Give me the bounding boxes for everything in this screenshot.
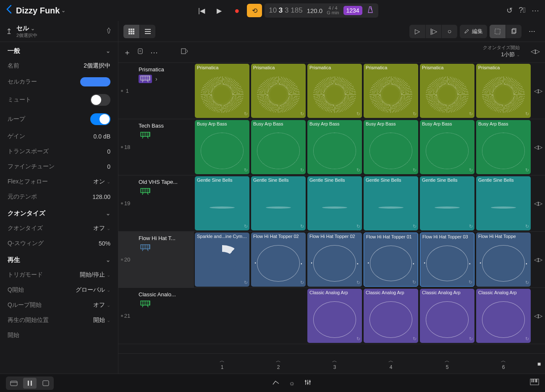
row-orig-tempo[interactable]: 元のテンポ128.00 xyxy=(0,189,118,204)
loop-cell[interactable] xyxy=(251,289,306,343)
loop-cell[interactable]: Flow Hi Hat Toppe ↻ xyxy=(476,233,531,287)
loop-cell[interactable]: Classic Analog Arp ↻ xyxy=(307,289,362,343)
instrument-icon[interactable] xyxy=(139,75,152,83)
mute-toggle[interactable] xyxy=(90,94,110,106)
count-in-button[interactable]: 1234 xyxy=(343,6,362,15)
loop-cell[interactable]: Flow Hi Hat Topper 02 ↻ xyxy=(251,233,306,287)
instrument-icon[interactable] xyxy=(139,243,152,252)
go-to-start-button[interactable]: |◀ xyxy=(194,4,209,17)
loop-cell[interactable]: Busy Arp Bass ↻ xyxy=(364,120,418,174)
keyboard-button[interactable] xyxy=(530,379,539,387)
toolbar-more-button[interactable]: ⋯ xyxy=(524,25,540,38)
row-finetune[interactable]: ファインチューン0 xyxy=(0,159,118,174)
row-transpose[interactable]: トランスポーズ0 xyxy=(0,144,118,159)
inspector-up-icon[interactable]: ↥ xyxy=(6,27,12,36)
section-quantize[interactable]: クオンタイズ⌄ xyxy=(0,204,118,221)
row-trigger-arrows[interactable]: ◁▷ xyxy=(532,120,544,174)
row-cell-color[interactable]: セルカラー xyxy=(0,73,118,90)
track-header[interactable]: 1 Prismatica › xyxy=(118,63,194,119)
row-trigger-arrows[interactable]: ◁▷ xyxy=(532,64,544,118)
row-flex-follow[interactable]: Flexとフォローオン⌄ xyxy=(0,174,118,189)
grid-view-button[interactable] xyxy=(123,25,139,38)
scene-stop-button[interactable]: ■ xyxy=(533,354,545,374)
row-nav-arrows[interactable]: ◁▷ xyxy=(531,48,540,55)
instrument-icon[interactable] xyxy=(139,131,152,139)
settings-icon[interactable]: ☼ xyxy=(289,379,295,387)
snap-button[interactable] xyxy=(181,47,188,57)
play-button[interactable]: ▶ xyxy=(212,4,227,17)
loop-cell[interactable]: Busy Arp Bass ↻ xyxy=(420,120,474,174)
scene-trigger[interactable]: ︿6 xyxy=(476,354,531,374)
loop-cell[interactable] xyxy=(195,289,249,343)
loop-cell[interactable]: Sparkle and...ine Cymbal ↻ xyxy=(195,233,249,287)
row-trigger-arrows[interactable]: ◁▷ xyxy=(532,233,544,287)
edit-button[interactable]: 編集 xyxy=(460,25,487,38)
section-general[interactable]: 一般⌄ xyxy=(0,42,118,58)
loop-cell[interactable]: Flow Hi Hat Topper 01 ↻ xyxy=(364,233,418,287)
scene-trigger[interactable]: ︿5 xyxy=(420,354,474,374)
row-trigger-arrows[interactable]: ◁▷ xyxy=(532,176,544,230)
track-more-button[interactable]: ⋯ xyxy=(150,48,158,57)
loop-toggle[interactable] xyxy=(90,113,110,125)
browser-button[interactable] xyxy=(7,378,21,389)
loop-cell[interactable]: Prismatica ↻ xyxy=(307,64,362,118)
loop-cell[interactable]: Prismatica ↻ xyxy=(251,64,306,118)
loop-cell[interactable]: Classic Analog Arp ↻ xyxy=(420,289,474,343)
loop-cell[interactable]: Classic Analog Arp ↻ xyxy=(476,289,531,343)
record-button[interactable]: ● xyxy=(229,4,244,17)
row-quantize[interactable]: クオンタイズオフ⌄ xyxy=(0,221,118,236)
row-play-start-pos[interactable]: 再生の開始位置開始⌄ xyxy=(0,313,118,328)
row-start[interactable]: 開始 xyxy=(0,328,118,343)
more-button[interactable]: ⋯ xyxy=(532,6,539,15)
loop-cell[interactable]: Busy Arp Bass ↻ xyxy=(251,120,306,174)
row-gain[interactable]: ゲイン0.0 dB xyxy=(0,129,118,144)
record-cell-button[interactable]: ○ xyxy=(441,25,457,38)
play-all-button[interactable]: ▷ xyxy=(409,25,425,38)
duplicate-button[interactable]: + xyxy=(137,47,144,57)
add-track-button[interactable]: ＋ xyxy=(123,47,131,57)
scene-trigger[interactable]: ︿1 xyxy=(195,354,249,374)
editor-button[interactable] xyxy=(39,378,52,389)
lcd-display[interactable]: 10 3 3 185 120.0 4 / 4G min 1234 xyxy=(265,3,378,18)
metronome-icon[interactable] xyxy=(367,6,374,15)
pin-icon[interactable] xyxy=(105,27,112,36)
marquee-button[interactable] xyxy=(490,25,506,38)
mixer-button[interactable] xyxy=(23,378,37,389)
track-header[interactable]: 19 Old VHS Tape... xyxy=(118,175,194,232)
row-q-loop-start[interactable]: Qループ開始オフ⌄ xyxy=(0,298,118,313)
loop-cell[interactable]: Gentle Sine Bells ↻ xyxy=(251,176,306,230)
undo-button[interactable]: ↺ xyxy=(506,6,513,15)
cycle-button[interactable]: ⟲ xyxy=(247,4,262,17)
scene-trigger[interactable]: ︿3 xyxy=(307,354,362,374)
instrument-icon[interactable] xyxy=(139,300,152,308)
play-from-button[interactable]: |▷ xyxy=(425,25,441,38)
row-trigger-mode[interactable]: トリガモード開始/停止⌄ xyxy=(0,267,118,282)
row-name[interactable]: 名前2個選択中 xyxy=(0,58,118,73)
project-title[interactable]: Dizzy Funk ⌄ xyxy=(16,6,66,16)
loop-cell[interactable]: Prismatica ↻ xyxy=(476,64,531,118)
loop-cell[interactable]: Gentle Sine Bells ↻ xyxy=(364,176,418,230)
automation-button[interactable] xyxy=(272,379,280,388)
controls-icon[interactable] xyxy=(304,379,312,388)
time-signature[interactable]: 4 / 4G min xyxy=(327,6,339,15)
list-view-button[interactable] xyxy=(139,25,155,38)
loop-cell[interactable]: Busy Arp Bass ↻ xyxy=(195,120,249,174)
row-trigger-arrows[interactable]: ◁▷ xyxy=(532,289,544,343)
loop-cell[interactable]: Flow Hi Hat Topper 03 ↻ xyxy=(420,233,474,287)
color-swatch[interactable] xyxy=(80,77,110,86)
chevron-right-icon[interactable]: › xyxy=(155,76,157,82)
loop-cell[interactable]: Gentle Sine Bells ↻ xyxy=(307,176,362,230)
loop-cell[interactable]: Gentle Sine Bells ↻ xyxy=(420,176,474,230)
quantize-start[interactable]: クオンタイズ開始 1小節 ⌄ xyxy=(483,44,520,58)
scene-trigger[interactable]: ︿2 xyxy=(251,354,306,374)
tempo-display[interactable]: 120.0 xyxy=(307,7,323,14)
loop-cell[interactable]: Classic Analog Arp ↻ xyxy=(364,289,418,343)
track-header[interactable]: 18 Tech Bass xyxy=(118,119,194,175)
loop-cell[interactable]: Gentle Sine Bells ↻ xyxy=(195,176,249,230)
track-header[interactable]: 21 Classic Analo... xyxy=(118,288,194,344)
back-button[interactable] xyxy=(6,5,12,16)
loop-cell[interactable]: Prismatica ↻ xyxy=(364,64,418,118)
scene-trigger[interactable]: ︿4 xyxy=(364,354,418,374)
instrument-icon[interactable] xyxy=(139,187,152,196)
loop-cell[interactable]: Busy Arp Bass ↻ xyxy=(307,120,362,174)
